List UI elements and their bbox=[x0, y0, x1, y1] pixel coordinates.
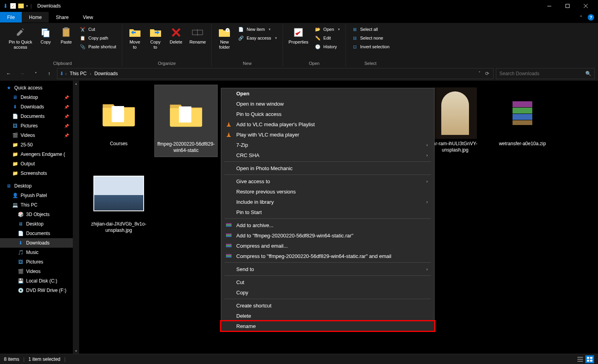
refresh-icon[interactable]: ⟳ bbox=[485, 71, 489, 76]
chevron-right-icon[interactable]: › bbox=[90, 72, 91, 76]
invert-selection-button[interactable]: ⊡Invert selection bbox=[349, 43, 392, 51]
ctx-send-to[interactable]: Send to› bbox=[221, 264, 434, 274]
sidebar-desktop-root[interactable]: 🖥 Desktop bbox=[0, 181, 79, 191]
chevron-right-icon[interactable]: › bbox=[65, 72, 66, 76]
file-item[interactable]: wetransfer-a0e10a.zip bbox=[491, 85, 554, 157]
ctx-compress-rar-email[interactable]: Compress to "ffmpeg-20200220-56df829-win… bbox=[221, 251, 434, 261]
ctx-rename[interactable]: Rename bbox=[221, 321, 434, 331]
sidebar-item-pictures[interactable]: 🖼Pictures bbox=[0, 257, 79, 267]
search-box[interactable]: 🔍 bbox=[496, 68, 595, 79]
delete-label: Delete bbox=[170, 40, 182, 45]
up-button[interactable]: ↑ bbox=[44, 68, 55, 79]
close-button[interactable] bbox=[577, 0, 595, 12]
maximize-button[interactable] bbox=[558, 0, 577, 12]
address-dropdown-icon[interactable]: ˅ bbox=[478, 71, 480, 76]
checkbox-icon[interactable]: ✓ bbox=[10, 3, 16, 9]
sidebar-scrollbar[interactable]: ▴ ▾ bbox=[73, 81, 79, 354]
search-icon[interactable]: 🔍 bbox=[585, 71, 591, 76]
sidebar-item-downloads[interactable]: ⬇Downloads bbox=[0, 238, 79, 248]
breadcrumb-downloads[interactable]: Downloads bbox=[93, 71, 119, 76]
delete-button[interactable]: Delete bbox=[167, 25, 186, 46]
tab-file[interactable]: File bbox=[0, 12, 22, 23]
collapse-ribbon-icon[interactable]: ⌃ bbox=[579, 15, 583, 20]
new-folder-button[interactable]: ✦ New folder bbox=[215, 25, 234, 51]
sidebar-item-2550[interactable]: 📁25-50 bbox=[0, 140, 79, 150]
help-icon[interactable]: ? bbox=[588, 14, 594, 21]
dropdown-icon[interactable]: ▾ bbox=[26, 4, 28, 8]
breadcrumb-thispc[interactable]: This PC bbox=[68, 71, 88, 76]
ctx-include-library[interactable]: Include in library› bbox=[221, 197, 434, 207]
sidebar-item-output[interactable]: 📁Output bbox=[0, 159, 79, 169]
ctx-vlc-play[interactable]: Play with VLC media player bbox=[221, 129, 434, 140]
ctx-add-archive[interactable]: Add to archive... bbox=[221, 220, 434, 230]
ctx-open[interactable]: Open bbox=[221, 88, 434, 99]
sidebar-item-avengersendgame[interactable]: 📁Avengers Endgame ( bbox=[0, 150, 79, 159]
ctx-photo-mechanic[interactable]: Open in Photo Mechanic bbox=[221, 163, 434, 173]
search-input[interactable] bbox=[499, 71, 585, 76]
select-all-button[interactable]: ⊞Select all bbox=[349, 25, 392, 33]
copy-button[interactable]: Copy bbox=[36, 25, 55, 46]
properties-button[interactable]: Properties bbox=[286, 25, 311, 46]
forward-button[interactable]: → bbox=[17, 68, 28, 79]
ctx-compress-email[interactable]: Compress and email... bbox=[221, 241, 434, 251]
open-button[interactable]: 📂Open▾ bbox=[312, 25, 342, 33]
minimize-button[interactable] bbox=[540, 0, 558, 12]
cut-button[interactable]: ✂️Cut bbox=[77, 25, 118, 33]
sidebar-item-videos[interactable]: 🎬Videos bbox=[0, 267, 79, 276]
file-item[interactable]: zhijian-dai-JXdVGb_8v1o-unsplash.jpg bbox=[87, 165, 150, 237]
thumbnails-view-button[interactable] bbox=[585, 355, 594, 363]
ctx-delete[interactable]: Delete bbox=[221, 311, 434, 321]
edit-button[interactable]: ✏️Edit bbox=[312, 34, 342, 42]
file-item[interactable]: Courses bbox=[87, 85, 150, 157]
sidebar-item-piyushpatel[interactable]: 👤Piyush Patel bbox=[0, 191, 79, 200]
ctx-create-shortcut[interactable]: Create shortcut bbox=[221, 300, 434, 311]
paste-button[interactable]: Paste bbox=[57, 25, 76, 46]
file-item[interactable]: ffmpeg-20200220-56df829-win64-static bbox=[154, 85, 218, 157]
copy-path-button[interactable]: 📋Copy path bbox=[77, 34, 118, 42]
tab-home[interactable]: Home bbox=[22, 12, 49, 23]
tab-share[interactable]: Share bbox=[49, 12, 76, 23]
down-arrow-icon[interactable]: ⬇ bbox=[3, 3, 8, 9]
sidebar-item-dvdrwdrivef[interactable]: 💿DVD RW Drive (F:) bbox=[0, 286, 79, 295]
tab-view[interactable]: View bbox=[76, 12, 100, 23]
rename-button[interactable]: Rename bbox=[187, 25, 209, 46]
details-view-button[interactable] bbox=[576, 355, 585, 363]
move-to-button[interactable]: Move to bbox=[125, 25, 144, 51]
paste-shortcut-button[interactable]: 📎Paste shortcut bbox=[77, 43, 118, 51]
sidebar-item-desktop[interactable]: 🖥Desktop📌 bbox=[0, 93, 79, 102]
sidebar-item-documents[interactable]: 📄Documents📌 bbox=[0, 112, 79, 121]
ctx-restore-versions[interactable]: Restore previous versions bbox=[221, 186, 434, 197]
pin-quick-access-button[interactable]: Pin to Quick access bbox=[6, 25, 34, 51]
copy-to-button[interactable]: Copy to bbox=[146, 25, 165, 51]
ctx-pin-quick-access[interactable]: Pin to Quick access bbox=[221, 109, 434, 119]
recent-locations-button[interactable]: ˅ bbox=[30, 68, 41, 79]
back-button[interactable]: ← bbox=[3, 68, 14, 79]
sidebar-item-music[interactable]: 🎵Music bbox=[0, 248, 79, 257]
sidebar-item-documents[interactable]: 📄Documents bbox=[0, 229, 79, 238]
ctx-pin-start[interactable]: Pin to Start bbox=[221, 207, 434, 217]
ctx-7zip[interactable]: 7-Zip› bbox=[221, 140, 434, 150]
scroll-up-icon[interactable]: ▴ bbox=[74, 82, 78, 85]
sidebar-item-localdiskc[interactable]: 💾Local Disk (C:) bbox=[0, 276, 79, 286]
sidebar-item-downloads[interactable]: ⬇Downloads📌 bbox=[0, 102, 79, 112]
sidebar-item-3dobjects[interactable]: 🎲3D Objects bbox=[0, 210, 79, 219]
ctx-copy[interactable]: Copy bbox=[221, 287, 434, 298]
history-button[interactable]: 🕐History bbox=[312, 43, 342, 51]
ctx-give-access[interactable]: Give access to› bbox=[221, 176, 434, 186]
sidebar-item-videos[interactable]: 🎬Videos📌 bbox=[0, 131, 79, 140]
ctx-add-rar[interactable]: Add to "ffmpeg-20200220-56df829-win64-st… bbox=[221, 230, 434, 241]
sidebar-item-pictures[interactable]: 🖼Pictures📌 bbox=[0, 121, 79, 131]
new-item-button[interactable]: 📄New item▾ bbox=[235, 25, 279, 33]
address-bar[interactable]: ⬇ › This PC › Downloads ˅ ⟳ bbox=[57, 68, 494, 79]
sidebar-quick-access[interactable]: ★ Quick access bbox=[0, 83, 79, 93]
ctx-open-new-window[interactable]: Open in new window bbox=[221, 99, 434, 109]
sidebar-item-desktop[interactable]: 🖥Desktop bbox=[0, 219, 79, 229]
ctx-crc-sha[interactable]: CRC SHA› bbox=[221, 150, 434, 160]
select-none-button[interactable]: ⊟Select none bbox=[349, 34, 392, 42]
sidebar-item-screenshots[interactable]: 📁Screenshots bbox=[0, 169, 79, 178]
sidebar-item-thispc[interactable]: 💻This PC bbox=[0, 200, 79, 210]
easy-access-button[interactable]: 🔗Easy access▾ bbox=[235, 34, 279, 42]
scroll-down-icon[interactable]: ▾ bbox=[74, 349, 78, 353]
ctx-cut[interactable]: Cut bbox=[221, 277, 434, 287]
ctx-vlc-playlist[interactable]: Add to VLC media player's Playlist bbox=[221, 119, 434, 129]
